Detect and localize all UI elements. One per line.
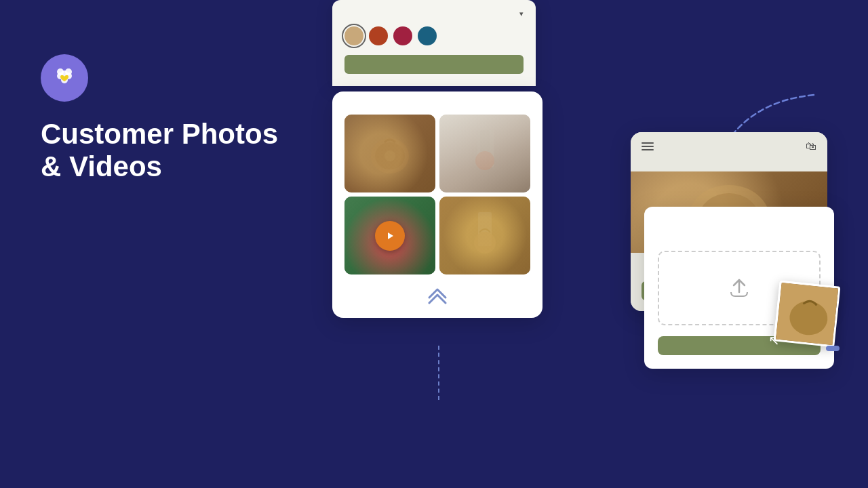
dragged-photo-image: [775, 283, 840, 348]
upload-arrow-icon: [726, 272, 753, 299]
play-icon: [384, 230, 395, 241]
play-overlay: [344, 197, 435, 274]
person-bag-icon-2: [465, 205, 505, 266]
play-button[interactable]: [375, 221, 405, 251]
upload-icon: [726, 272, 753, 304]
quantity-label: ▾: [514, 9, 524, 18]
card-header: 🛍: [631, 132, 827, 161]
modal-title: [658, 223, 821, 239]
photo-grid: [344, 115, 530, 274]
add-to-bag-button[interactable]: [344, 55, 524, 74]
svg-marker-12: [388, 232, 393, 239]
page-title: Customer Photos & Videos: [41, 118, 298, 184]
product-title: [631, 161, 827, 171]
photo-cell-3[interactable]: [344, 197, 435, 274]
rattan-bag-icon-1: [366, 130, 414, 178]
color-row: ▾: [344, 9, 524, 18]
swatch-terracotta[interactable]: [369, 26, 388, 45]
subtitle: [41, 197, 298, 215]
person-bag-icon: [467, 127, 504, 181]
upload-arrow: [344, 285, 530, 304]
svg-point-5: [57, 68, 64, 75]
svg-point-7: [375, 142, 405, 169]
svg-point-11: [475, 151, 494, 170]
svg-point-6: [371, 138, 409, 174]
svg-rect-9: [477, 130, 494, 167]
logo: [41, 54, 88, 102]
color-swatches: [344, 26, 524, 45]
cart-icon[interactable]: 🛍: [806, 140, 816, 152]
photo-cell-1[interactable]: [344, 115, 435, 192]
left-section: Customer Photos & Videos: [41, 54, 298, 214]
top-product-card: ▾: [332, 0, 536, 86]
flower-heart-logo: [52, 65, 77, 91]
svg-point-14: [474, 232, 496, 253]
swatch-ocean[interactable]: [418, 26, 437, 45]
photo-cell-2[interactable]: [439, 115, 530, 192]
photo-cell-4[interactable]: [439, 197, 530, 274]
svg-rect-10: [480, 130, 490, 167]
photos-card: [332, 92, 542, 318]
svg-point-8: [384, 150, 395, 161]
filename-badge: [826, 346, 840, 351]
hamburger-menu[interactable]: [642, 142, 654, 150]
svg-rect-13: [478, 212, 492, 246]
cursor: ↖: [768, 332, 780, 348]
swatch-rose[interactable]: [393, 26, 412, 45]
upload-chevron-icon: [424, 285, 451, 304]
svg-point-4: [65, 68, 72, 75]
swatch-natural[interactable]: [344, 26, 363, 45]
dashed-vertical-arrow: [438, 346, 439, 400]
dragged-photo: [774, 281, 841, 348]
